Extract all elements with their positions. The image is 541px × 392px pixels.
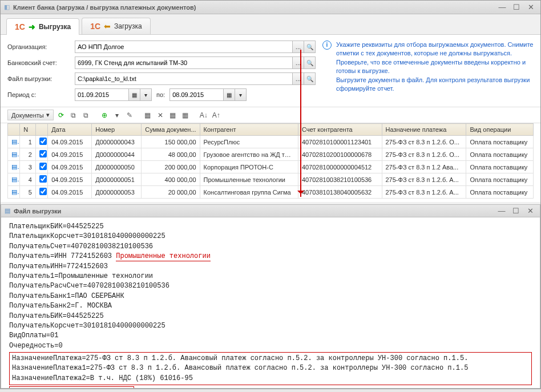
refresh-icon[interactable]: ⟳ — [56, 110, 66, 120]
row-checkbox[interactable] — [35, 136, 47, 148]
cell-sum: 20 000,00 — [142, 186, 200, 199]
hint-panel: i Укажите реквизиты для отбора выгружаем… — [322, 41, 534, 101]
arrow-out-icon: ➜ — [29, 22, 35, 31]
logo-icon: 1C — [15, 22, 25, 31]
cell-contragent: Грузовое агентство на ЖД транс... — [200, 148, 298, 161]
col-purpose[interactable]: Назначение платежа — [382, 124, 466, 136]
add-icon[interactable]: ⊕ — [99, 110, 110, 120]
cell-optype: Оплата поставщику — [466, 173, 534, 186]
period-from-calendar-button[interactable]: ▦ — [129, 88, 140, 101]
cell-acc: 40702810000000004512 — [298, 161, 382, 173]
cell-contragent: РесурсПлюс — [200, 136, 298, 148]
account-open-button[interactable]: 🔍 — [304, 56, 316, 69]
cell-n: 3 — [20, 161, 36, 173]
table-row[interactable]: ▤304.09.2015Д0000000050200 000,00Корпора… — [8, 161, 534, 173]
cell-num: Д0000000053 — [92, 186, 142, 199]
file-line: ПолучательБанк2=Г. МОСКВА — [9, 301, 532, 311]
tabs: 1C ➜ Выгрузка 1C ⬅ Загрузка — [1, 14, 540, 35]
row-checkbox[interactable] — [35, 186, 47, 199]
table-row[interactable]: ▤504.09.2015Д000000005320 000,00Консалти… — [8, 186, 534, 199]
col-optype[interactable]: Вид операции — [466, 124, 534, 136]
hint-text: Укажите реквизиты для отбора выгружаемых… — [336, 41, 534, 101]
copy-icon[interactable]: ⧉ — [68, 110, 79, 120]
row-checkbox[interactable] — [35, 148, 47, 161]
info-icon: i — [322, 41, 332, 50]
cell-optype: Оплата поставщику — [466, 136, 534, 148]
file-content[interactable]: ПлательщикБИК=044525225 ПлательщикКорсче… — [1, 217, 540, 389]
minimize-button[interactable]: — — [496, 3, 508, 11]
cell-purpose: 275-ФЗ ст 8.3 п 1.2.б. А... — [382, 173, 466, 186]
cell-n: 5 — [20, 186, 36, 199]
col-sum[interactable]: Сумма докумен... — [142, 124, 200, 136]
close-button[interactable]: ✕ — [524, 3, 537, 11]
sort-asc-icon[interactable]: A↓ — [199, 110, 209, 120]
maximize-button[interactable]: ☐ — [510, 3, 523, 11]
cell-optype: Оплата поставщику — [466, 161, 534, 173]
row-checkbox[interactable] — [35, 173, 47, 186]
cell-acc: 40702810100001123401 — [298, 136, 382, 148]
cell-acc: 40702810038210100536 — [298, 173, 382, 186]
cell-num: Д0000000051 — [92, 173, 142, 186]
period-to-input[interactable] — [169, 88, 224, 101]
file-label: Файл выгрузки: — [7, 75, 70, 82]
period-to-calendar-button[interactable]: ▦ — [224, 88, 235, 101]
file-input[interactable] — [75, 72, 293, 85]
org-input[interactable] — [75, 41, 293, 53]
cell-date: 04.09.2015 — [48, 173, 92, 186]
add-dropdown-icon[interactable]: ▾ — [112, 110, 122, 120]
col-contragent[interactable]: Контрагент — [200, 124, 298, 136]
sub-minimize-button[interactable]: — — [495, 207, 508, 215]
cell-n: 2 — [20, 148, 36, 161]
tab-import[interactable]: 1C ⬅ Загрузка — [82, 18, 150, 34]
toolbar: Документы ▾ ⟳ ⧉ ⧉ ⊕ ▾ ✎ ▦ ✕ ▦ ▦ A↓ A↑ — [1, 107, 540, 123]
table-row[interactable]: ▤104.09.2015Д0000000043150 000,00РесурсП… — [8, 136, 534, 148]
sub-maximize-button[interactable]: ☐ — [510, 207, 522, 215]
cell-num: Д0000000050 — [92, 161, 142, 173]
file-line: ПлательщикКорсчет=30101810400000000225 — [9, 232, 532, 241]
file-select-button[interactable]: … — [293, 72, 304, 85]
table-row[interactable]: ▤204.09.2015Д000000004448 000,00Грузовое… — [8, 148, 534, 161]
file-line: ПолучательБанк1=ПАО СБЕРБАНК — [9, 292, 532, 301]
row-checkbox[interactable] — [35, 161, 47, 173]
copy2-icon[interactable]: ⧉ — [81, 110, 91, 120]
file-open-button[interactable]: 🔍 — [304, 72, 316, 85]
period-to-dropdown-button[interactable]: ▾ — [235, 88, 247, 101]
col-date[interactable]: Дата — [48, 124, 92, 136]
account-select-button[interactable]: … — [293, 56, 304, 69]
tool3-icon[interactable]: ▦ — [168, 110, 178, 120]
cell-sum: 150 000,00 — [142, 136, 200, 148]
period-from-dropdown-button[interactable]: ▾ — [140, 88, 152, 101]
col-icon[interactable] — [8, 124, 20, 136]
edit-icon[interactable]: ✎ — [124, 110, 135, 120]
org-open-button[interactable]: 🔍 — [304, 41, 316, 53]
table-row[interactable]: ▤404.09.2015Д0000000051400 000,00Промышл… — [8, 173, 534, 186]
org-select-button[interactable]: … — [293, 41, 304, 53]
cell-purpose: 275-ФЗ ст 8.3 п 1.2.б. О... — [382, 136, 466, 148]
file-line: ПолучательКорсчет=30101810400000000225 — [9, 321, 532, 331]
tool4-icon[interactable]: ▦ — [180, 110, 191, 120]
sort-desc-icon[interactable]: A↑ — [211, 110, 221, 120]
row-icon: ▤ — [8, 136, 20, 148]
tool2-icon[interactable]: ✕ — [155, 110, 165, 120]
cell-contragent: Корпорация ПРОТОН-С — [200, 161, 298, 173]
col-num[interactable]: Номер — [92, 124, 142, 136]
sub-close-button[interactable]: ✕ — [524, 207, 536, 215]
col-check[interactable] — [35, 124, 47, 136]
account-input[interactable] — [75, 56, 293, 69]
cell-contragent: Консалтинговая группа Сигма — [200, 186, 298, 199]
highlighted-receiver: Промышленные технологии — [116, 252, 211, 261]
documents-menu-button[interactable]: Документы ▾ — [7, 110, 54, 120]
period-from-input[interactable] — [75, 88, 129, 101]
period-from-label: Период с: — [7, 91, 70, 98]
cell-purpose: 275-ФЗ ст 8.3 п 1.2 Ава... — [382, 161, 466, 173]
col-n[interactable]: N — [20, 124, 36, 136]
file-line: ПолучательРасчСчет=40702810038210100536 — [9, 281, 532, 291]
file-line: ВидОплаты=01 — [9, 331, 532, 341]
col-acc[interactable]: Счет контрагента — [298, 124, 382, 136]
arrow-in-icon: ⬅ — [104, 22, 111, 31]
tool1-icon[interactable]: ▦ — [143, 110, 153, 120]
account-label: Банковский счет: — [7, 59, 70, 66]
titlebar: ◧ Клиент банка (загрузка / выгрузка плат… — [1, 1, 540, 14]
tab-export[interactable]: 1C ➜ Выгрузка — [6, 18, 79, 35]
documents-label: Документы — [11, 112, 44, 119]
